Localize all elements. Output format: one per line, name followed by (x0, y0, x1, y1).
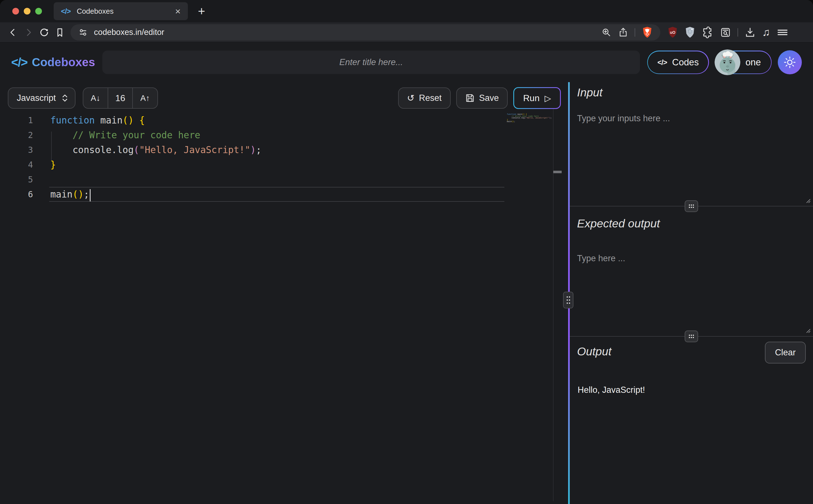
downloads-icon[interactable] (744, 27, 756, 38)
expected-output-heading: Expected output (577, 206, 813, 230)
run-button[interactable]: Run ▷ (513, 87, 561, 109)
input-textarea[interactable] (570, 113, 813, 203)
tab-close-icon[interactable]: × (175, 6, 181, 16)
browser-tab[interactable]: </> Codeboxes × (54, 2, 188, 20)
language-select-value: Javascript (17, 93, 56, 103)
bookmark-icon[interactable] (54, 26, 66, 39)
language-select[interactable]: Javascript (8, 87, 75, 109)
browser-window: </> Codeboxes × + codeboxes.in/editor (0, 0, 813, 504)
code-text: } (50, 157, 56, 172)
window-controls (12, 8, 42, 15)
clear-output-button[interactable]: Clear (765, 342, 806, 363)
code-text: function main() { (50, 113, 145, 128)
ublock-extension-icon[interactable]: uO (667, 26, 678, 39)
brave-shields-icon[interactable] (641, 26, 653, 39)
tab-title: Codeboxes (77, 7, 114, 16)
app-logo-text: Codeboxes (32, 56, 95, 69)
avatar (715, 49, 740, 75)
chevron-up-down-icon (61, 93, 68, 103)
code-text: // Write your code here (50, 128, 200, 142)
divider (738, 28, 738, 37)
expected-output-panel: Expected output (570, 206, 813, 336)
privacy-shield-extension-icon[interactable] (684, 26, 696, 39)
line-number: 1 (0, 113, 33, 128)
line-number: 5 (0, 172, 33, 187)
codes-button[interactable]: </> Codes (647, 51, 709, 74)
output-panel: Output Clear Hello, JavaScript! (570, 337, 813, 504)
line-number: 6 (0, 187, 33, 202)
font-size-increase-button[interactable]: A↑ (133, 88, 157, 108)
line-number: 4 (0, 157, 33, 172)
run-button-label: Run (523, 93, 540, 103)
svg-text:uO: uO (670, 30, 676, 35)
run-play-icon: ▷ (545, 93, 551, 103)
save-button[interactable]: Save (456, 87, 508, 109)
io-panels: Input Expected output Output Clear Hello (570, 82, 813, 504)
sun-icon (783, 56, 796, 69)
new-tab-button[interactable]: + (198, 5, 205, 17)
tab-favicon-code-icon: </> (61, 7, 71, 16)
line-number: 2 (0, 128, 33, 142)
code-logo-icon: </> (11, 55, 27, 69)
title-input-wrap (102, 51, 640, 74)
save-button-label: Save (479, 93, 499, 103)
zoom-in-icon[interactable] (601, 27, 612, 38)
extensions-puzzle-icon[interactable] (702, 27, 714, 38)
reload-button[interactable] (38, 26, 50, 39)
resize-handle-icon[interactable] (805, 198, 811, 203)
username-label: one (745, 57, 761, 68)
input-panel: Input (570, 82, 813, 206)
editor-toolbar: Javascript A↓ 16 A↑ ↺ Reset Save (0, 82, 569, 109)
reset-button[interactable]: ↺ Reset (398, 87, 451, 109)
browser-tab-bar: </> Codeboxes × + (0, 0, 813, 22)
url-text: codeboxes.in/editor (94, 28, 164, 37)
save-icon (465, 93, 475, 103)
site-settings-icon[interactable] (78, 27, 88, 38)
reset-button-label: Reset (419, 93, 442, 103)
code-text: console.log("Hello, JavaScript!"); (50, 142, 261, 157)
extension-icons: uO ♫ (667, 26, 789, 39)
share-icon[interactable] (618, 27, 629, 38)
user-menu[interactable]: one (715, 51, 772, 74)
code-icon: </> (657, 58, 667, 67)
codes-button-label: Codes (672, 57, 699, 68)
input-panel-heading: Input (577, 82, 813, 99)
reset-icon: ↺ (407, 93, 415, 103)
code-text: main(); (50, 187, 91, 202)
url-bar[interactable]: codeboxes.in/editor (70, 24, 660, 41)
menu-hamburger-icon[interactable] (776, 27, 789, 38)
window-minimize-button[interactable] (24, 8, 30, 15)
text-cursor (90, 189, 91, 201)
app-header: </> Codeboxes </> Codes (0, 42, 813, 82)
current-line-highlight (49, 187, 504, 202)
resize-handle-icon[interactable] (805, 328, 811, 333)
browser-navbar: codeboxes.in/editor uO (0, 22, 813, 42)
media-music-icon[interactable]: ♫ (762, 26, 770, 38)
line-number: 3 (0, 142, 33, 157)
expected-output-textarea[interactable] (570, 253, 813, 333)
window-close-button[interactable] (12, 8, 19, 15)
app-logo[interactable]: </> Codeboxes (11, 55, 95, 69)
editor-scroll-thumb[interactable] (553, 171, 562, 173)
font-size-value: 16 (108, 88, 133, 108)
search-tabs-icon[interactable] (720, 27, 731, 38)
main-area: Javascript A↓ 16 A↑ ↺ Reset Save (0, 82, 813, 504)
forward-button[interactable] (22, 26, 35, 39)
window-zoom-button[interactable] (35, 8, 42, 15)
output-text: Hello, JavaScript! (578, 385, 813, 395)
theme-toggle-button[interactable] (778, 50, 802, 74)
editor-boundary-line (553, 109, 554, 501)
font-size-control: A↓ 16 A↑ (83, 87, 158, 109)
divider (635, 28, 635, 37)
font-size-decrease-button[interactable]: A↓ (83, 88, 108, 108)
back-button[interactable] (7, 26, 19, 39)
title-input[interactable] (102, 51, 640, 74)
